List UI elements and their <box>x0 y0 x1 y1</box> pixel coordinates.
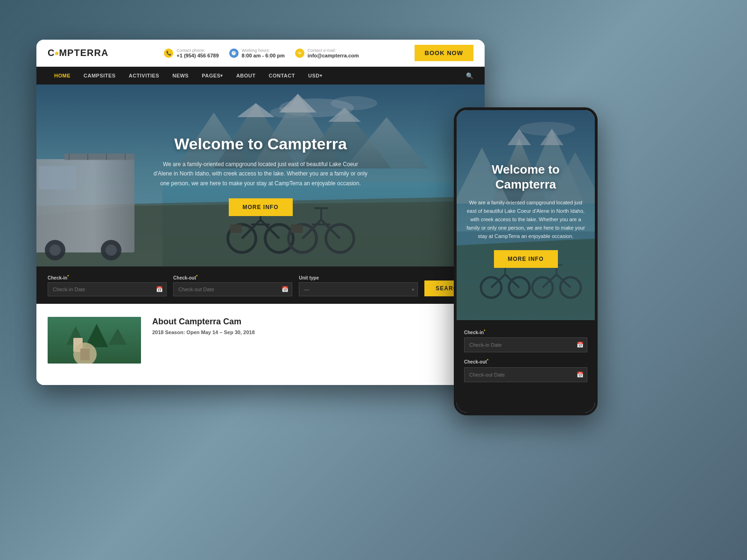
email-icon: ✉ <box>295 49 304 58</box>
nav-about[interactable]: ABOUT <box>230 67 262 84</box>
mobile-hero-title: Welcome toCampterra <box>466 162 585 191</box>
nav-campsites[interactable]: CAMPSITES <box>77 67 122 84</box>
nav-home[interactable]: HOME <box>48 67 77 84</box>
checkin-input[interactable] <box>48 282 167 296</box>
mobile-checkin-calendar-icon: 📅 <box>577 342 584 348</box>
checkout-input-wrap: 📅 <box>173 282 292 296</box>
mobile-more-info-button[interactable]: MORE INFO <box>494 250 558 268</box>
mobile-hero-content: Welcome toCampterra We are a family-orie… <box>466 162 585 267</box>
mobile-checkin-label: Check-in* <box>464 329 587 335</box>
mobile-search: Check-in* 📅 Check-out* 📅 <box>457 320 595 415</box>
svg-rect-49 <box>80 349 90 360</box>
nav-contact[interactable]: CONTACT <box>262 67 302 84</box>
mobile-hero-description: We are a family-oriented campground loca… <box>466 198 585 241</box>
hero-section: Welcome to Campterra We are a family-ori… <box>36 84 485 266</box>
about-content: About Campterra Cam 2018 Season: Open Ma… <box>152 317 473 372</box>
logo-dot <box>55 52 58 55</box>
about-title: About Campterra Cam <box>152 317 473 327</box>
hours-info: 🕐 Working hours: 8:00 am - 6:00 pm <box>229 48 285 58</box>
unit-type-label: Unit type <box>299 275 418 280</box>
unit-type-field: Unit type — <box>299 275 418 296</box>
email-label: Contact e-mail: <box>308 48 359 53</box>
header-info: 📞 Contact phone: +1 (954) 456 6789 🕐 Wor… <box>108 48 414 58</box>
phone-label: Contact phone: <box>176 48 218 53</box>
phone-icon: 📞 <box>164 49 173 58</box>
unit-type-select[interactable]: — <box>299 282 418 296</box>
hero-content: Welcome to Campterra We are a family-ori… <box>153 135 368 216</box>
nav-search-icon[interactable]: 🔍 <box>466 72 473 79</box>
mobile-checkout-label: Check-out* <box>464 358 587 364</box>
book-now-button[interactable]: BOOK NOW <box>415 45 473 61</box>
checkout-label: Check-out* <box>173 274 292 280</box>
phone-info: 📞 Contact phone: +1 (954) 456 6789 <box>164 48 218 58</box>
nav-usd[interactable]: USD <box>302 67 329 84</box>
checkin-label: Check-in* <box>48 274 167 280</box>
mobile-checkin-input[interactable] <box>464 337 587 352</box>
about-season: 2018 Season: Open May 14 – Sep 30, 2018 <box>152 329 473 335</box>
nav-pages[interactable]: PAGES <box>195 67 230 84</box>
nav-activities[interactable]: ACTIVITIES <box>122 67 166 84</box>
site-header: CMPTERRA 📞 Contact phone: +1 (954) 456 6… <box>36 40 485 67</box>
hero-title: Welcome to Campterra <box>153 135 368 153</box>
site-nav: HOME CAMPSITES ACTIVITIES NEWS PAGES ABO… <box>36 67 485 84</box>
hero-description: We are a family-oriented campground loca… <box>153 160 368 188</box>
mobile-checkout-calendar-icon: 📅 <box>577 371 584 378</box>
mobile-hero: Welcome toCampterra We are a family-orie… <box>457 110 595 320</box>
checkin-field: Check-in* 📅 <box>48 274 167 296</box>
unit-type-select-wrap: — <box>299 282 418 296</box>
hero-more-info-button[interactable]: MORE INFO <box>229 198 293 216</box>
site-logo: CMPTERRA <box>48 48 108 58</box>
phone-value: +1 (954) 456 6789 <box>176 53 218 58</box>
email-value: info@campterra.com <box>308 53 359 58</box>
email-info: ✉ Contact e-mail: info@campterra.com <box>295 48 359 58</box>
about-image <box>48 317 141 364</box>
mobile-checkin-field: Check-in* 📅 <box>464 329 587 352</box>
clock-icon: 🕐 <box>229 49 239 58</box>
search-bar: Check-in* 📅 Check-out* 📅 Unit type — <box>36 266 485 304</box>
about-section: About Campterra Cam 2018 Season: Open Ma… <box>36 304 485 385</box>
checkout-field: Check-out* 📅 <box>173 274 292 296</box>
checkout-calendar-icon: 📅 <box>282 286 289 293</box>
mobile-checkout-field: Check-out* 📅 <box>464 358 587 382</box>
nav-news[interactable]: NEWS <box>166 67 195 84</box>
checkin-calendar-icon: 📅 <box>156 286 163 293</box>
checkout-input[interactable] <box>173 282 292 296</box>
checkin-input-wrap: 📅 <box>48 282 167 296</box>
mobile-checkin-input-wrap: 📅 <box>464 337 587 352</box>
hours-value: 8:00 am - 6:00 pm <box>242 53 285 58</box>
hours-label: Working hours: <box>242 48 285 53</box>
desktop-mockup: CMPTERRA 📞 Contact phone: +1 (954) 456 6… <box>36 40 485 385</box>
mobile-mockup: Welcome toCampterra We are a family-orie… <box>454 107 598 415</box>
mobile-checkout-input[interactable] <box>464 367 587 382</box>
mobile-checkout-input-wrap: 📅 <box>464 367 587 382</box>
